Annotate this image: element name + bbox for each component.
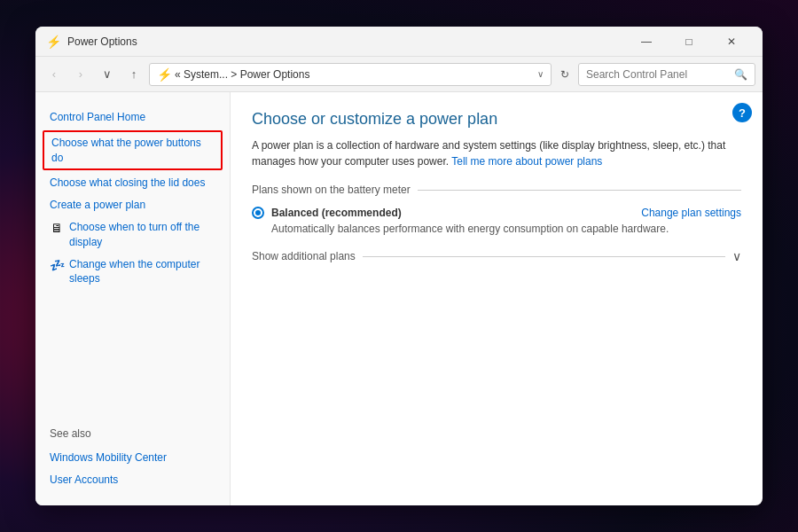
- help-button[interactable]: ?: [732, 103, 752, 122]
- show-additional-plans[interactable]: Show additional plans ∨: [252, 249, 741, 263]
- close-button[interactable]: ✕: [711, 27, 752, 57]
- sleep-icon: 💤: [50, 258, 64, 272]
- show-additional-line: [363, 256, 725, 257]
- window: ⚡ Power Options — □ ✕ ‹ › ∨ ↑ ⚡ « System…: [35, 27, 763, 505]
- sidebar-item-mobility-center[interactable]: Windows Mobility Center: [35, 447, 230, 469]
- dropdown-button[interactable]: ∨: [96, 63, 119, 86]
- forward-button[interactable]: ›: [69, 63, 92, 86]
- search-icon: 🔍: [734, 68, 747, 81]
- description-link[interactable]: Tell me more about power plans: [451, 155, 602, 168]
- sidebar: Control Panel Home Choose what the power…: [35, 92, 231, 505]
- sidebar-item-lid[interactable]: Choose what closing the lid does: [35, 172, 230, 194]
- sidebar-item-control-panel-home[interactable]: Control Panel Home: [35, 106, 230, 129]
- plan-row: Balanced (recommended) Change plan setti…: [252, 207, 741, 219]
- plan-name: Balanced (recommended): [271, 207, 402, 219]
- page-title: Choose or customize a power plan: [252, 110, 741, 129]
- main-panel: ? Choose or customize a power plan A pow…: [231, 92, 763, 505]
- sidebar-link-computer-sleeps[interactable]: Change when the computer sleeps: [69, 257, 215, 287]
- sidebar-link-turn-off-display[interactable]: Choose when to turn off the display: [69, 220, 215, 250]
- back-button[interactable]: ‹: [43, 63, 66, 86]
- address-bar[interactable]: ⚡ « System... > Power Options ∨: [149, 63, 552, 86]
- display-icon: 🖥: [50, 221, 64, 235]
- plan-description: Automatically balances performance with …: [271, 223, 741, 235]
- address-chevron-icon: ∨: [537, 69, 544, 79]
- titlebar-controls: — □ ✕: [626, 27, 752, 57]
- section-header: Plans shown on the battery meter: [252, 184, 741, 196]
- refresh-button[interactable]: ↻: [555, 65, 575, 84]
- search-box[interactable]: 🔍: [578, 63, 755, 86]
- search-input[interactable]: [586, 68, 731, 81]
- navbar: ‹ › ∨ ↑ ⚡ « System... > Power Options ∨ …: [35, 57, 763, 92]
- see-also-label: See also: [35, 420, 230, 447]
- titlebar: ⚡ Power Options — □ ✕: [35, 27, 763, 57]
- sidebar-item-turn-off-display[interactable]: 🖥 Choose when to turn off the display: [35, 216, 230, 254]
- up-button[interactable]: ↑: [122, 63, 145, 86]
- section-header-line: [418, 190, 741, 191]
- content: Control Panel Home Choose what the power…: [35, 92, 763, 505]
- sidebar-item-user-accounts[interactable]: User Accounts: [35, 469, 230, 491]
- sidebar-item-create-plan[interactable]: Create a power plan: [35, 194, 230, 216]
- main-description: A power plan is a collection of hardware…: [252, 137, 741, 169]
- plan-radio[interactable]: [252, 207, 264, 219]
- chevron-down-icon: ∨: [732, 249, 741, 263]
- window-icon: ⚡: [46, 35, 60, 49]
- address-path: « System... > Power Options: [175, 68, 534, 81]
- sidebar-item-power-buttons[interactable]: Choose what the power buttons do: [43, 130, 223, 171]
- radio-dot: [255, 210, 261, 215]
- change-plan-link[interactable]: Change plan settings: [641, 207, 741, 219]
- window-title: Power Options: [67, 35, 626, 48]
- plan-radio-area: Balanced (recommended): [252, 207, 641, 219]
- minimize-button[interactable]: —: [626, 27, 667, 57]
- maximize-button[interactable]: □: [669, 27, 709, 57]
- section-header-text: Plans shown on the battery meter: [252, 184, 411, 196]
- address-icon: ⚡: [157, 67, 171, 82]
- sidebar-item-computer-sleeps[interactable]: 💤 Change when the computer sleeps: [35, 254, 230, 291]
- show-additional-text: Show additional plans: [252, 250, 356, 262]
